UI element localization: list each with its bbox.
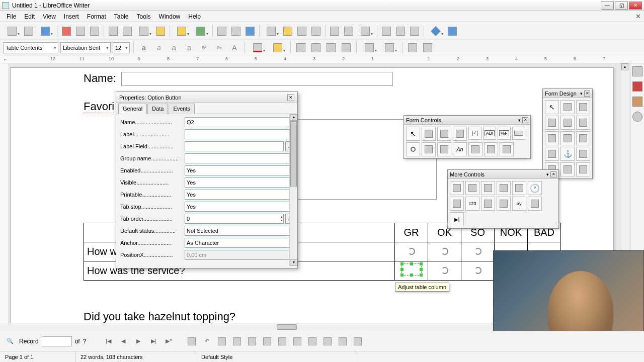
nav-data-source-icon[interactable]	[352, 335, 364, 347]
field-button[interactable]	[342, 25, 355, 38]
mc-date-icon[interactable]	[512, 181, 526, 195]
nav-autofilter-icon[interactable]	[291, 335, 303, 347]
vertical-ruler[interactable]	[0, 63, 9, 323]
fd-anchor-icon[interactable]: ⚓	[560, 147, 575, 161]
fd-design-mode-icon[interactable]	[560, 100, 575, 114]
fc-combobox-icon[interactable]	[437, 142, 451, 156]
page-break-button[interactable]	[328, 25, 341, 38]
nav-undo-icon[interactable]: ↶	[201, 335, 213, 347]
comment-button[interactable]	[408, 25, 421, 38]
nav-prev-icon[interactable]: ◀	[117, 335, 129, 347]
status-page[interactable]: Page 1 of 1	[0, 351, 75, 362]
bold-button[interactable]: a	[137, 41, 150, 54]
print-preview-button[interactable]	[88, 25, 101, 38]
mc-file-icon[interactable]	[450, 197, 464, 211]
nav-save-icon[interactable]	[186, 335, 198, 347]
mc-currency-icon[interactable]	[481, 197, 495, 211]
fd-group-icon[interactable]	[576, 162, 590, 176]
open-button[interactable]	[22, 25, 35, 38]
export-pdf-button[interactable]	[60, 25, 73, 38]
nonprinting-button[interactable]	[244, 25, 257, 38]
mc-table-control-icon[interactable]	[528, 197, 542, 211]
radio-q1-gr[interactable]	[395, 242, 428, 261]
align-center-button[interactable]	[309, 41, 323, 54]
mc-image-button-icon[interactable]	[481, 181, 495, 195]
strikethrough-button[interactable]: a	[183, 41, 196, 54]
sidebar-styles-icon[interactable]	[632, 81, 642, 92]
draw-functions-button[interactable]	[446, 25, 459, 38]
menu-format[interactable]: Format	[84, 12, 110, 21]
mc-pattern-icon[interactable]	[497, 197, 511, 211]
fc-design-mode-icon[interactable]	[422, 127, 436, 141]
minimize-button[interactable]: —	[601, 2, 614, 10]
dialog-titlebar[interactable]: Properties: Option Button ✕	[116, 92, 297, 103]
nav-filter-icon[interactable]	[306, 335, 318, 347]
underline-button[interactable]: a	[168, 41, 181, 54]
prop-input-group-name[interactable]	[185, 153, 295, 163]
menu-file[interactable]: File	[3, 12, 20, 21]
clear-format-button[interactable]: A	[228, 41, 241, 54]
fc-more-controls-icon[interactable]	[468, 142, 482, 156]
fd-grid-icon[interactable]	[576, 147, 590, 161]
align-justify-button[interactable]	[340, 41, 353, 54]
fc-pushbutton-icon[interactable]	[512, 127, 525, 140]
menu-insert[interactable]: Insert	[60, 12, 83, 21]
highlight-button[interactable]	[269, 41, 287, 54]
mc-numeric-icon[interactable]: 123	[465, 197, 479, 211]
fc-option-button-icon[interactable]	[406, 142, 420, 156]
menu-tools[interactable]: Tools	[133, 12, 154, 21]
prop-input-printable[interactable]: Yes	[185, 190, 295, 200]
redo-button[interactable]	[192, 25, 210, 38]
numbering-button[interactable]	[380, 41, 398, 54]
maximize-button[interactable]: ◱	[615, 2, 628, 10]
nav-record-field[interactable]	[42, 336, 72, 346]
radio-q2-ok[interactable]	[428, 261, 461, 281]
cut-button[interactable]	[107, 25, 120, 38]
fc-control-icon[interactable]	[437, 127, 451, 141]
status-style[interactable]: Default Style	[196, 351, 357, 362]
mc-image-control-icon[interactable]	[497, 181, 511, 195]
superscript-button[interactable]: a²	[198, 41, 211, 54]
fd-form-icon[interactable]	[545, 116, 559, 130]
prop-input-visible[interactable]: Yes	[185, 177, 295, 188]
prop-input-label-field[interactable]	[185, 141, 284, 151]
fc-listbox-icon[interactable]	[422, 142, 436, 156]
form-controls-close[interactable]: ✕	[522, 117, 528, 123]
nav-sort-icon[interactable]	[246, 335, 258, 347]
menu-window[interactable]: Window	[155, 12, 184, 21]
bullets-button[interactable]	[360, 41, 378, 54]
nav-refresh-icon[interactable]	[231, 335, 243, 347]
radio-q2-gr-selected[interactable]	[395, 261, 428, 281]
menu-table[interactable]: Table	[111, 12, 132, 21]
paragraph-style-combo[interactable]: Table Contents	[3, 42, 58, 53]
mc-nav-bar-icon[interactable]: ▶|	[450, 212, 464, 226]
nav-next-icon[interactable]: ▶	[132, 335, 144, 347]
prop-input-tab-stop[interactable]: Yes	[185, 202, 295, 212]
chart-button[interactable]	[295, 25, 308, 38]
mc-group-box-icon[interactable]: xy	[512, 197, 526, 211]
align-right-button[interactable]	[325, 41, 338, 54]
nav-last-icon[interactable]: ▶|	[147, 335, 159, 347]
increase-indent-button[interactable]	[406, 41, 419, 54]
sidebar-gallery-icon[interactable]	[632, 97, 642, 107]
fd-activation-icon[interactable]	[545, 131, 559, 145]
nav-sort-asc-icon[interactable]	[261, 335, 273, 347]
font-color-button[interactable]	[249, 41, 267, 54]
fc-form-icon[interactable]	[453, 127, 467, 141]
form-design-close[interactable]: ✕	[584, 90, 590, 97]
nav-find-icon[interactable]: 🔍	[4, 335, 16, 347]
more-controls-close[interactable]: ✕	[550, 171, 556, 177]
prop-input-tab-order[interactable]: 0	[185, 214, 284, 224]
fc-textbox-icon[interactable]: ABI	[483, 127, 496, 140]
fc-formatted-icon[interactable]: %F	[498, 127, 511, 140]
shapes-button[interactable]	[427, 25, 445, 38]
mc-time-icon[interactable]: 🕐	[528, 181, 542, 195]
fd-control-icon[interactable]	[576, 100, 590, 114]
menu-view[interactable]: View	[39, 12, 59, 21]
prop-input-anchor[interactable]: As Character	[185, 238, 295, 248]
header-button[interactable]	[380, 25, 393, 38]
tab-general[interactable]: General	[118, 104, 147, 114]
prop-input-enabled[interactable]: Yes	[185, 165, 295, 175]
undo-button[interactable]	[173, 25, 191, 38]
dialog-close-button[interactable]: ✕	[287, 94, 294, 101]
